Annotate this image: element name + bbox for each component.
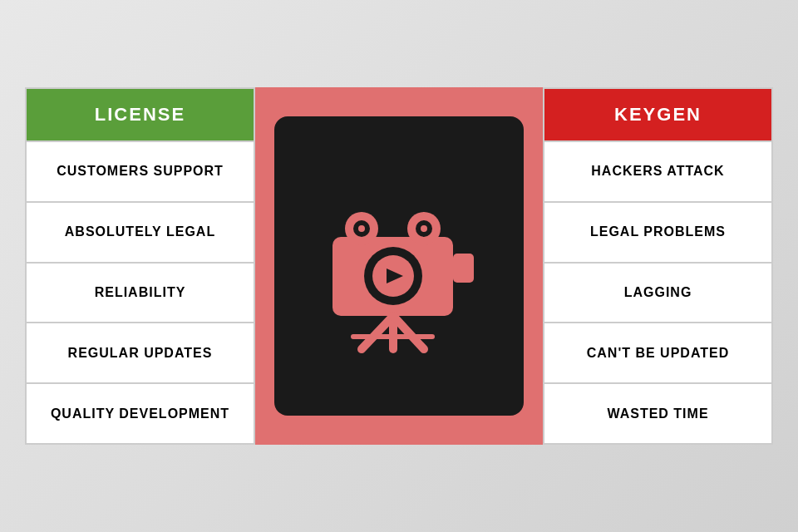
- license-column: LICENSE CUSTOMERS SUPPORT ABSOLUTELY LEG…: [25, 87, 255, 445]
- license-header: LICENSE: [27, 89, 254, 140]
- keygen-header: KEYGEN: [544, 89, 771, 140]
- license-item-5: QUALITY DEVELOPMENT: [27, 382, 254, 443]
- keygen-item-4: CAN'T BE UPDATED: [544, 322, 771, 382]
- license-item-3: RELIABILITY: [27, 262, 254, 323]
- keygen-item-1: HACKERS ATTACK: [544, 140, 771, 201]
- svg-line-13: [393, 316, 424, 349]
- keygen-column: KEYGEN HACKERS ATTACK LEGAL PROBLEMS LAG…: [543, 87, 773, 445]
- camera-icon: [308, 175, 490, 357]
- camera-background: [274, 116, 524, 416]
- svg-point-10: [421, 225, 427, 232]
- license-item-1: CUSTOMERS SUPPORT: [27, 140, 254, 201]
- main-container: LICENSE CUSTOMERS SUPPORT ABSOLUTELY LEG…: [25, 87, 773, 445]
- license-item-2: ABSOLUTELY LEGAL: [27, 201, 254, 262]
- keygen-item-5: WASTED TIME: [544, 382, 771, 443]
- svg-rect-4: [453, 254, 474, 283]
- license-item-4: REGULAR UPDATES: [27, 322, 254, 382]
- keygen-item-2: LEGAL PROBLEMS: [544, 201, 771, 262]
- svg-line-11: [362, 316, 393, 349]
- svg-point-7: [358, 225, 365, 232]
- center-panel: [255, 87, 543, 445]
- keygen-item-3: LAGGING: [544, 262, 771, 323]
